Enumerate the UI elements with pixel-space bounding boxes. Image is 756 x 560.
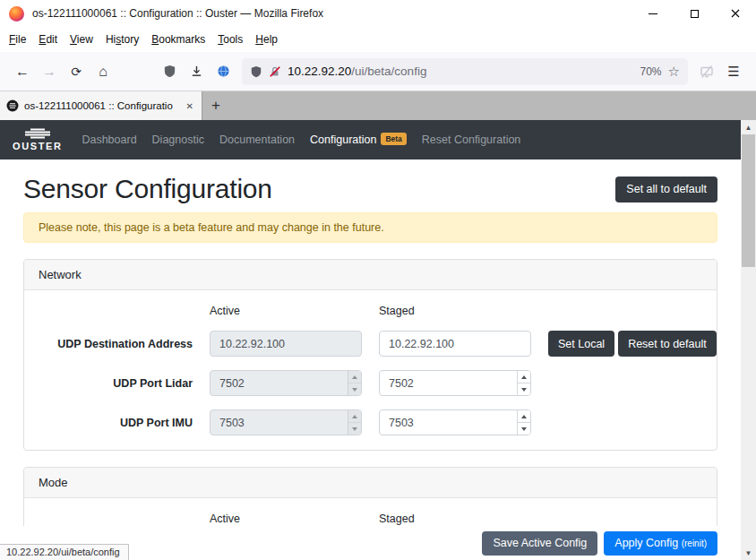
ouster-logo-mark-icon [19, 128, 56, 139]
udp-destination-address-staged-input[interactable] [379, 331, 531, 357]
network-card: Network Active Staged UDP Destination Ad… [23, 259, 717, 451]
save-active-config-button[interactable]: Save Active Config [482, 531, 597, 556]
bookmark-star-icon[interactable]: ☆ [668, 64, 680, 80]
firefox-icon [9, 6, 24, 22]
number-spinner[interactable] [517, 371, 530, 395]
nav-item-documentation[interactable]: Documentation [219, 134, 295, 146]
site-navbar: OUSTER DashboardDiagnosticDocumentationC… [0, 120, 741, 159]
extension-globe-icon[interactable] [210, 58, 236, 85]
url-text: 10.22.92.20/ui/beta/config [288, 65, 634, 78]
scrollbar-track[interactable] [741, 134, 756, 546]
apply-config-button[interactable]: Apply Config (reinit) [604, 531, 717, 556]
window-title: os-122111000061 :: Configuration :: Oust… [32, 7, 632, 20]
nav-item-configuration[interactable]: ConfigurationBeta [310, 134, 407, 146]
back-button[interactable]: ← [9, 58, 36, 85]
new-tab-button[interactable]: + [202, 91, 229, 120]
browser-window: os-122111000061 :: Configuration :: Oust… [0, 0, 756, 560]
scroll-up-icon[interactable]: ▲ [741, 120, 756, 134]
set-local-button[interactable]: Set Local [548, 331, 614, 357]
scroll-down-icon[interactable]: ▼ [741, 546, 756, 560]
network-card-header: Network [24, 260, 717, 290]
url-path: /ui/beta/config [351, 65, 426, 78]
udp-port-imu-active-input [210, 409, 362, 435]
reload-button[interactable]: ⟳ [63, 58, 90, 85]
home-button[interactable]: ⌂ [90, 58, 116, 85]
tab-bar: os-122111000061 :: Configuratio ✕ + [0, 91, 756, 120]
set-all-default-button[interactable]: Set all to default [615, 177, 717, 202]
tab-close-icon[interactable]: ✕ [184, 99, 196, 113]
column-header-staged: Staged [379, 513, 531, 525]
number-spinner[interactable] [517, 410, 530, 435]
scrollbar-thumb[interactable] [742, 134, 755, 267]
number-spinner [348, 410, 361, 435]
menu-item-view[interactable]: View [64, 30, 99, 49]
tab-favicon-icon [6, 99, 19, 112]
menu-item-help[interactable]: Help [249, 30, 284, 49]
column-header-active: Active [210, 305, 362, 317]
minimize-icon [649, 13, 657, 14]
url-bar[interactable]: 10.22.92.20/ui/beta/config 70% ☆ [242, 58, 688, 85]
nav-item-dashboard[interactable]: Dashboard [82, 134, 136, 146]
spinner-up-icon [352, 415, 357, 418]
download-icon [190, 65, 203, 78]
nav-toolbar: ← → ⟳ ⌂ 10.22.92.20/ui/beta/config 70% ☆ [0, 52, 756, 91]
minimize-button[interactable] [632, 0, 674, 27]
udp-port-lidar-active-input [210, 370, 362, 396]
insecure-lock-icon[interactable] [269, 65, 281, 78]
send-to-device-icon [693, 58, 720, 85]
column-header-staged: Staged [379, 305, 531, 317]
hamburger-menu-button[interactable]: ☰ [720, 58, 747, 85]
menu-item-edit[interactable]: Edit [32, 30, 64, 49]
site-nav-links: DashboardDiagnosticDocumentationConfigur… [82, 134, 520, 146]
udp-destination-address-active-input [210, 331, 362, 357]
menu-item-tools[interactable]: Tools [211, 30, 249, 49]
row-label-udp-destination-address: UDP Destination Address [39, 338, 193, 350]
page: OUSTER DashboardDiagnosticDocumentationC… [0, 120, 741, 560]
spinner-up-icon [521, 375, 527, 379]
row-label-udp-port-lidar: UDP Port Lidar [39, 377, 193, 390]
url-host: 10.22.92.20 [288, 65, 351, 78]
zoom-level[interactable]: 70% [640, 65, 662, 78]
title-bar: os-122111000061 :: Configuration :: Oust… [0, 0, 756, 27]
nav-item-reset-configuration[interactable]: Reset Configuration [422, 134, 520, 146]
page-title: Sensor Configuration [23, 173, 272, 205]
menu-bar: FileEditViewHistoryBookmarksToolsHelp [0, 27, 756, 52]
udp-port-imu-staged-input[interactable] [379, 409, 531, 435]
maximize-button[interactable] [674, 0, 715, 27]
column-header-active: Active [210, 513, 362, 525]
nav-item-diagnostic[interactable]: Diagnostic [152, 134, 204, 146]
spinner-down-icon [521, 388, 527, 392]
number-spinner [348, 371, 361, 395]
menu-item-history[interactable]: History [99, 30, 145, 49]
window-controls [632, 0, 756, 27]
row-label-udp-port-imu: UDP Port IMU [39, 417, 193, 429]
udp-port-lidar-staged-input[interactable] [379, 370, 531, 396]
forward-button[interactable]: → [36, 58, 63, 85]
apply-config-label: Apply Config [614, 537, 678, 549]
beta-badge: Beta [381, 133, 406, 145]
reset-to-default-button[interactable]: Reset to default [618, 331, 717, 357]
close-icon [731, 9, 740, 18]
vertical-scrollbar[interactable]: ▲ ▼ [741, 120, 756, 560]
tab-ouster-config[interactable]: os-122111000061 :: Configuratio ✕ [0, 91, 202, 120]
tab-title: os-122111000061 :: Configuratio [24, 100, 178, 111]
spinner-down-icon [352, 388, 357, 392]
close-button[interactable] [715, 0, 756, 27]
tracking-protection-shield-icon[interactable] [250, 65, 262, 78]
mode-card-header: Mode [24, 468, 717, 498]
tab-bar-filler [229, 91, 756, 120]
spinner-down-icon [521, 427, 527, 431]
spinner-up-icon [352, 375, 357, 379]
maximize-icon [691, 10, 699, 18]
browser-viewport: OUSTER DashboardDiagnosticDocumentationC… [0, 120, 756, 560]
spinner-down-icon [352, 427, 357, 431]
extension-shield-icon[interactable] [156, 58, 183, 85]
beta-alert: Please note, this page is a beta feature… [23, 212, 717, 243]
menu-item-file[interactable]: File [3, 30, 32, 49]
menu-item-bookmarks[interactable]: Bookmarks [145, 30, 211, 49]
main-content: Sensor Configuration Set all to default … [0, 173, 741, 560]
spinner-up-icon [521, 415, 527, 418]
downloads-button[interactable] [183, 58, 210, 85]
ouster-logo[interactable]: OUSTER [13, 128, 62, 151]
status-bar-link: 10.22.92.20/ui/beta/config [0, 544, 129, 560]
